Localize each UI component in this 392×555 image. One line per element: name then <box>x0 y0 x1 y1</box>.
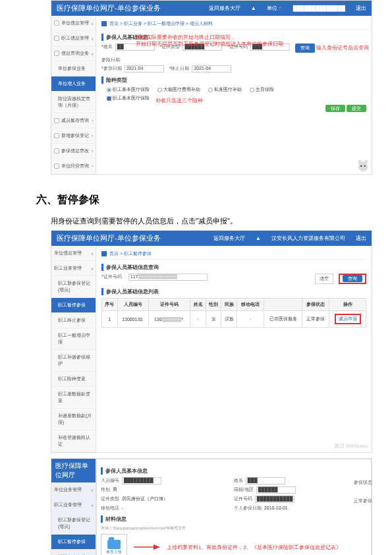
reduce-report-link[interactable]: 减员申报 <box>335 314 361 324</box>
watermark-2: 激活 Windows <box>334 442 368 450</box>
radio-group: 职工基本医疗保险 大额医疗费用补助 私务医疗补助 生育保险 <box>107 86 366 93</box>
svg-point-3 <box>360 165 362 167</box>
svg-point-1 <box>358 160 362 164</box>
logout-2[interactable]: 退出 <box>356 235 366 242</box>
screenshot-1: 医疗保障单位网厅-单位参保业务 返回服务大厅 ▲ 单位： ███████████… <box>51 0 372 175</box>
sb-unit-ins[interactable]: 单位参保业务 <box>51 61 96 76</box>
phone-3: - <box>122 506 123 510</box>
code-3: █████████ <box>122 477 161 484</box>
idno-input-2[interactable]: 117▒▒▒▒▒▒▒▒▒▒▒▒ <box>128 274 208 281</box>
breadcrumb: 首页 > 职工业务 > 职工一般增员申报 > 增员人材料 <box>101 18 366 30</box>
sb2-5[interactable]: 职工一般增员申报 <box>51 328 96 350</box>
sb3-1[interactable]: 职工业务管理∨ <box>51 498 96 513</box>
name-3: ███ <box>246 477 285 484</box>
back-link-2[interactable]: 返回服务大厅 <box>213 235 245 242</box>
end-date[interactable]: 2021-04 <box>192 65 231 73</box>
logout-link[interactable]: 退出 <box>356 5 366 12</box>
user-label: 单位： <box>267 5 283 12</box>
sb3-0[interactable]: 单位业务管理∨ <box>51 482 96 498</box>
bg-col-val: 正常参保 <box>354 498 372 504</box>
sec-instype: 险种类型 <box>101 76 366 84</box>
radio-basic[interactable]: 职工基本医疗保险 <box>107 86 150 93</box>
radio-priv[interactable]: 私务医疗补助 <box>208 86 242 93</box>
query-btn-2[interactable]: 查询 <box>339 274 366 284</box>
sb2-0[interactable]: 单位信息管理∨ <box>51 246 96 261</box>
sb2-3[interactable]: 职工暂停参保 <box>51 298 96 313</box>
sec-upload-3: 材料信息 <box>101 515 367 523</box>
sb-unit-info[interactable]: 单位信息管理∨ <box>51 16 96 31</box>
sb-newreg[interactable]: 新增参保登记> <box>51 129 96 144</box>
sex-3: 男 <box>113 487 117 492</box>
sb3-2[interactable]: 职工新参保登记(增员) <box>51 513 96 535</box>
idno-3: ███████████ <box>255 496 295 503</box>
sb2-1[interactable]: 职工业务管理∨ <box>51 261 96 276</box>
sb-query[interactable]: 信息查询业务∨ <box>51 46 96 61</box>
check-basic[interactable]: 职工基本医疗保险 <box>107 95 150 102</box>
query-btn[interactable]: 查询 <box>295 44 315 53</box>
idtype-3: 居民身份证（户口簿） <box>122 496 168 501</box>
user-blur: ██████████████ <box>293 5 345 11</box>
radio-birth[interactable]: 生育保险 <box>250 86 274 93</box>
table-row: 113000130.130▒▒▒▒▒▒*. ·女汉族 ·已在医保服务正常参保 减… <box>102 311 366 328</box>
save-btn[interactable]: 保存 <box>325 105 345 112</box>
result-table: 序号人员编号证件号码 姓名性别民族 移动电话参保状态操作 113000130.1… <box>101 298 366 328</box>
sb2-7[interactable]: 职工险种变更 <box>51 372 96 387</box>
sidebar-3: 医疗保障单位网厅 单位业务管理∨ 职工业务管理∨ 职工新参保登记(增员) 职工暂… <box>51 459 96 555</box>
sec-list-2: 参保人员基础信息列表 <box>101 288 366 295</box>
sb-emp-info[interactable]: 职工信息管理∨ <box>51 31 96 46</box>
sb-insmod[interactable]: 参保信息查改> <box>51 144 96 159</box>
bg-col-head: 参保状态 <box>354 479 372 486</box>
screenshot-3: 医疗保障单位网厅 单位业务管理∨ 职工业务管理∨ 职工新参保登记(增员) 职工暂… <box>51 458 372 555</box>
sec-basic-3: 参保人员基本信息 <box>101 467 367 475</box>
sb-staged[interactable]: 减员暂存查询> <box>51 113 96 129</box>
date-3: 2010-10-01 <box>264 506 288 510</box>
sb2-8[interactable]: 职工基数额款变更 <box>51 387 96 409</box>
screenshot-2: 医疗保障单位网厅-单位参保业务 返回服务大厅 ▲ 汉安长风人力资源服务有限公司 … <box>51 230 372 453</box>
content-2: 首页 > 职工暂停参保 参保人员基础信息查询 *证件号码 117▒▒▒▒▒▒▒▒… <box>96 246 372 452</box>
sb2-2[interactable]: 职工新参保登记(增员) <box>51 276 96 298</box>
start-date[interactable]: 2021-04 <box>125 65 164 73</box>
section-6-title: 六、暂停参保 <box>36 193 392 207</box>
modal-3: 参保人员基本信息 人员编号 █████████ 姓名 ███ 性别 男 国籍/地… <box>96 459 372 555</box>
home-icon[interactable] <box>101 21 107 26</box>
upload-box[interactable]: 点击上传 <box>101 534 127 555</box>
sb-unit-add[interactable]: 单位增人业务 <box>51 76 96 92</box>
sb-unit-due[interactable]: 险位应缴核定查询（月报） <box>51 92 96 113</box>
home-icon-2[interactable] <box>101 251 107 256</box>
user-icon: ▲ <box>251 5 256 11</box>
sidebar: 单位信息管理∨ 职工信息管理∨ 信息查询业务∨ 单位参保业务 单位增人业务 险位… <box>51 16 96 174</box>
user-icon-2: ▲ <box>256 235 261 241</box>
sb3-4[interactable]: 职工终止参保 <box>51 550 96 555</box>
svg-marker-6 <box>154 544 160 550</box>
sb3-3[interactable]: 职工暂停参保 <box>51 535 96 550</box>
sb2-4[interactable]: 职工终止参保 <box>51 313 96 328</box>
clear-btn-2[interactable]: 清空 <box>315 274 333 284</box>
sb2-10[interactable]: 补收登缴额核认证 <box>51 430 96 452</box>
nation-3: ██████ <box>256 486 296 494</box>
app-title: 医疗保障单位网厅-单位参保业务 <box>57 3 161 13</box>
sub-date: 参险日期 <box>101 57 366 63</box>
sec-query-2: 参保人员基础信息查询 <box>101 264 366 271</box>
folder-icon <box>107 540 121 549</box>
arrow-upload <box>134 540 160 554</box>
company-2: 汉安长风人力资源服务有限公司 <box>271 235 345 242</box>
annot-3types: 补收只选这三个险种 <box>155 98 203 104</box>
submit-btn[interactable]: 提交 <box>347 105 366 112</box>
note-upload: 上传档案资料1、有效身份证件；2、《基本医疗保险职工参保信息登记表》 <box>167 544 341 551</box>
topbar: 医疗保障单位网厅-单位参保业务 返回服务大厅 ▲ 单位： ███████████… <box>51 1 372 16</box>
annot-idquery: 输入身份证号后点查询 <box>316 45 369 51</box>
app-title-2: 医疗保障单位网厅-单位参保业务 <box>57 233 161 243</box>
svg-point-4 <box>364 165 366 167</box>
annot-dates: 数据实际需要补收的开始与终止日期填写， 开始日期不得早于职工新参保登记时填的进入… <box>136 34 283 47</box>
back-link[interactable]: 返回服务大厅 <box>209 5 240 12</box>
sidebar-2: 单位信息管理∨ 职工业务管理∨ 职工新参保登记(增员) 职工暂停参保 职工终止参… <box>51 246 96 452</box>
radio-large[interactable]: 大额医疗费用补助 <box>157 86 200 93</box>
section-6-desc: 用身份证查询到需要暂停的人员信息后，点击"减员申报"。 <box>51 216 392 226</box>
upload-hint: 支持上传jpg/jpg/jpg/png/doc/docx/pdf等格式文件 <box>101 525 367 531</box>
topbar-3: 医疗保障单位网厅 <box>51 459 96 482</box>
sb2-6[interactable]: 职工补缴参保维护 <box>51 350 96 372</box>
sb2-9[interactable]: 补缴基数额款(月报) <box>51 409 96 430</box>
content-1: 首页 > 职工业务 > 职工一般增员申报 > 增员人材料 参保人员基础信息 *姓… <box>96 16 372 174</box>
sb-unitq[interactable]: 单位经营查询> <box>51 159 96 174</box>
svg-point-2 <box>364 160 368 164</box>
